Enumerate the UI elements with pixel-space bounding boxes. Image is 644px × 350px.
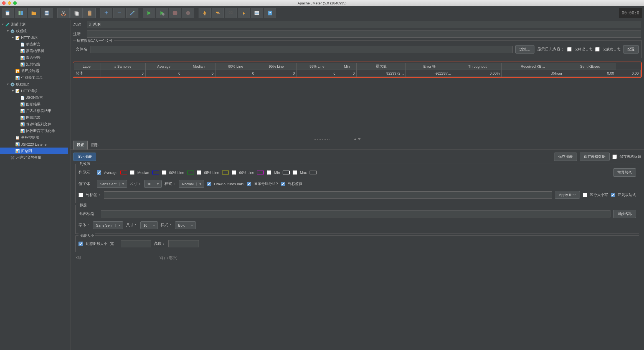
table-header[interactable]: # Samples [100, 63, 145, 70]
title-size-combo[interactable]: 16▼ [140, 221, 158, 229]
shutdown-button[interactable] [182, 8, 194, 18]
name-input[interactable] [87, 21, 641, 28]
tree-item[interactable]: 📊图形结果 [0, 114, 68, 121]
help-button[interactable]: ? [264, 8, 276, 18]
tree-item[interactable]: 📄JSON断言 [0, 94, 68, 101]
tree-item[interactable]: ▼⚙️线程组1 [0, 28, 68, 34]
success-only-checkbox[interactable] [595, 47, 600, 52]
height-input[interactable] [168, 240, 199, 247]
vertical-splitter[interactable] [68, 20, 70, 350]
comment-input[interactable] [87, 31, 641, 38]
configure-button[interactable]: 配置 [623, 45, 639, 54]
expand-button[interactable]: + [100, 8, 112, 18]
close-button[interactable] [2, 1, 6, 5]
width-input[interactable] [121, 240, 151, 247]
p99-checkbox[interactable] [232, 170, 236, 175]
collapse-button[interactable]: − [113, 8, 125, 18]
tab-graph[interactable]: 图形 [88, 141, 102, 149]
table-header[interactable]: Throughput [453, 63, 502, 70]
clear-all-button[interactable] [212, 8, 224, 18]
tree-item[interactable]: 📊察看结果树 [0, 48, 68, 54]
title-font-combo[interactable]: Sans Serif▼ [93, 221, 123, 229]
maximize-button[interactable] [13, 1, 17, 5]
tree-item[interactable]: 📊汇总图 [0, 148, 68, 154]
table-header[interactable]: Sent KB/sec [564, 63, 616, 70]
reset-search-button[interactable] [238, 8, 250, 18]
table-header[interactable]: Label [74, 63, 100, 70]
save-button[interactable] [41, 8, 53, 18]
clear-button[interactable] [199, 8, 211, 18]
p99-color-swatch[interactable] [257, 171, 264, 174]
col-label-value-checkbox[interactable] [281, 182, 285, 186]
save-header-checkbox[interactable] [612, 154, 617, 159]
p90-color-swatch[interactable] [187, 171, 194, 174]
table-header[interactable]: 95% Line [256, 63, 297, 70]
median-checkbox[interactable] [130, 170, 135, 175]
value-size-combo[interactable]: 10▼ [144, 180, 162, 188]
copy-button[interactable] [70, 8, 83, 18]
tree-item[interactable]: 📊JSR223 Listener [0, 141, 68, 148]
table-header[interactable]: Average [145, 63, 182, 70]
tree-item[interactable]: 🔁循环控制器 [0, 68, 68, 74]
tree-item[interactable]: ▼⚙️线程组2 [0, 81, 68, 88]
regex-checkbox[interactable] [611, 193, 615, 197]
min-color-swatch[interactable] [283, 171, 290, 174]
table-header[interactable]: Error % [406, 63, 453, 70]
tree-item[interactable]: 📋事务控制器 [0, 134, 68, 141]
tree-item[interactable]: 📊聚合报告 [0, 54, 68, 61]
save-graph-button[interactable]: 保存图表 [554, 153, 577, 161]
table-header[interactable]: 最大值 [356, 63, 406, 70]
dynamic-size-checkbox[interactable] [78, 242, 83, 246]
minimize-button[interactable] [8, 1, 11, 5]
test-plan-tree[interactable]: ▼🧪测试计划▼⚙️线程组1▼📝HTTP请求📄响应断言📊察看结果树📊聚合报告📊汇总… [0, 20, 68, 350]
toggle-button[interactable] [126, 8, 138, 18]
group-number-checkbox[interactable] [247, 182, 251, 186]
median-color-swatch[interactable] [152, 171, 159, 174]
draw-outline-checkbox[interactable] [207, 182, 211, 186]
tree-item[interactable]: ✖️用户定义的变量 [0, 154, 68, 161]
tree-item[interactable]: 📊比较断言可视化器 [0, 128, 68, 134]
p95-checkbox[interactable] [197, 170, 201, 175]
tree-item[interactable]: 📄响应断言 [0, 41, 68, 48]
max-checkbox[interactable] [293, 170, 297, 175]
horizontal-splitter[interactable] [70, 138, 644, 141]
table-header[interactable]: 99% Line [296, 63, 337, 70]
save-table-button[interactable]: 保存表格数据 [580, 153, 610, 161]
search-button[interactable] [225, 8, 237, 18]
display-graph-button[interactable]: 显示图表 [73, 153, 96, 161]
stop-button[interactable] [169, 8, 181, 18]
open-button[interactable] [28, 8, 40, 18]
tree-item[interactable]: 📊生成概要结果 [0, 74, 68, 81]
tree-item[interactable]: 📊保存响应到文件 [0, 121, 68, 128]
foreground-color-button[interactable]: 前景颜色 [613, 168, 636, 177]
apply-filter-button[interactable]: Apply filter [555, 191, 580, 199]
new-button[interactable] [2, 8, 14, 18]
col-label-input[interactable] [104, 191, 552, 199]
table-header[interactable]: 90% Line [215, 63, 256, 70]
paste-button[interactable] [83, 8, 96, 18]
templates-button[interactable] [15, 8, 27, 18]
min-checkbox[interactable] [267, 170, 271, 175]
table-header[interactable]: Min [337, 63, 356, 70]
function-helper-button[interactable] [251, 8, 263, 18]
value-style-combo[interactable]: Normal▼ [179, 180, 204, 188]
value-font-combo[interactable]: Sans Serif▼ [97, 180, 127, 188]
filename-input[interactable] [90, 46, 513, 53]
sync-name-button[interactable]: 同步名称 [613, 210, 636, 218]
errors-only-checkbox[interactable] [567, 47, 572, 52]
tree-item[interactable]: ▼📝HTTP请求 [0, 88, 68, 94]
tree-item[interactable]: 📊用表格察看结果 [0, 108, 68, 114]
tree-item[interactable]: ▼🧪测试计划 [0, 21, 68, 28]
chart-title-input[interactable] [101, 210, 610, 217]
p95-color-swatch[interactable] [222, 171, 229, 174]
tree-item[interactable]: ▼📝HTTP请求 [0, 34, 68, 41]
cut-button[interactable] [57, 8, 70, 18]
case-sensitive-checkbox[interactable] [583, 193, 587, 197]
table-header[interactable]: Received KB… [502, 63, 564, 70]
p90-checkbox[interactable] [162, 170, 166, 175]
avg-color-swatch[interactable] [120, 171, 127, 174]
max-color-swatch[interactable] [310, 171, 317, 174]
tree-item[interactable]: 📊汇总报告 [0, 61, 68, 68]
tab-settings[interactable]: 设置 [73, 141, 88, 149]
tree-item[interactable]: 📊图形结果 [0, 101, 68, 108]
